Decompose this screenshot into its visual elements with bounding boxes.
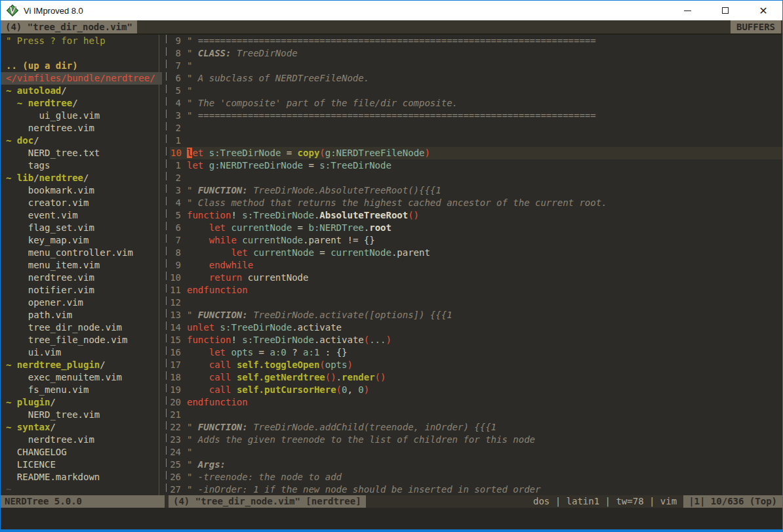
code-line[interactable]: 14unlet s:TreeDirNode.activate: [170, 321, 782, 334]
tree-item[interactable]: ~ lib/nerdtree/: [1, 172, 162, 184]
code-line[interactable]: 2: [170, 172, 782, 184]
buffers-label[interactable]: BUFFERS: [731, 20, 781, 33]
commandline[interactable]: [1, 508, 782, 529]
active-tab[interactable]: (4) "tree_dir_node.vim": [1, 20, 137, 33]
line-number: 4: [170, 197, 187, 209]
tree-item[interactable]: .. (up a dir): [1, 60, 162, 72]
code-line[interactable]: 16 let opts = a:0 ? a:1 : {}: [170, 346, 782, 359]
code-line[interactable]: 8" CLASS: TreeDirNode: [170, 47, 782, 60]
code-line[interactable]: 11endfunction: [170, 284, 782, 297]
line-number: 26: [170, 471, 187, 483]
code-line[interactable]: 10 return currentNode: [170, 272, 782, 284]
tree-item[interactable]: key_map.vim: [1, 234, 162, 247]
line-number: 6: [170, 222, 187, 234]
tree-item[interactable]: NERD_tree.vim: [1, 409, 162, 421]
tree-item[interactable]: exec_menuitem.vim: [1, 371, 162, 384]
statusline-buffer: (4) "tree_dir_node.vim" [nerdtree]: [169, 495, 366, 508]
line-number: 8: [170, 247, 187, 259]
statusline-position: |1| 10/636 (Top): [683, 495, 782, 508]
tree-item[interactable]: creator.vim: [1, 197, 162, 209]
tree-item[interactable]: menu_controller.vim: [1, 247, 162, 259]
tabline-spacer: [137, 20, 731, 33]
code-line[interactable]: 25" Args:: [170, 459, 782, 471]
tree-item[interactable]: ui.vim: [1, 346, 162, 359]
line-number: 18: [170, 371, 187, 384]
window-separator[interactable]: [162, 35, 170, 495]
tree-item[interactable]: menu_item.vim: [1, 259, 162, 272]
code-line[interactable]: 6 let currentNode = b:NERDTree.root: [170, 222, 782, 234]
line-number: 2: [170, 172, 187, 184]
tree-item[interactable]: bookmark.vim: [1, 184, 162, 197]
code-line[interactable]: 22" FUNCTION: TreeDirNode.addChild(treen…: [170, 421, 782, 434]
tree-item[interactable]: tags: [1, 159, 162, 172]
tree-item[interactable]: CHANGELOG: [1, 446, 162, 459]
code-line[interactable]: 9 endwhile: [170, 259, 782, 272]
code-line[interactable]: 5": [170, 85, 782, 97]
tree-item[interactable]: ~ plugin/: [1, 396, 162, 409]
code-line-cursor[interactable]: 10let s:TreeDirNode = copy(g:NERDTreeFil…: [170, 147, 782, 159]
tree-item[interactable]: ~ nerdtree/: [1, 97, 162, 110]
code-line[interactable]: 7": [170, 60, 782, 72]
tree-item[interactable]: nerdtree.vim: [1, 272, 162, 284]
tree-item[interactable]: NERD_tree.txt: [1, 147, 162, 159]
tree-item[interactable]: </vimfiles/bundle/nerdtree/: [1, 72, 162, 85]
tree-item[interactable]: tree_file_node.vim: [1, 334, 162, 346]
tree-item[interactable]: flag_set.vim: [1, 222, 162, 234]
line-number: 3: [170, 184, 187, 197]
code-line[interactable]: 17 call self.toggleOpen(opts): [170, 359, 782, 371]
code-line[interactable]: 27" -inOrder: 1 if the new node should b…: [170, 483, 782, 495]
code-line[interactable]: 6" A subclass of NERDTreeFileNode.: [170, 72, 782, 85]
main-area: " Press ? for help.. (up a dir)</vimfile…: [1, 35, 782, 495]
code-line[interactable]: 8 let currentNode = currentNode.parent: [170, 247, 782, 259]
tree-item[interactable]: ui_glue.vim: [1, 110, 162, 122]
line-number: 19: [170, 384, 187, 396]
tabline: (4) "tree_dir_node.vim" BUFFERS: [1, 20, 782, 35]
code-line[interactable]: 18 call self.getNerdtree().render(): [170, 371, 782, 384]
statusline-info: dos | latin1 | tw=78 | vim: [533, 495, 683, 508]
maximize-button[interactable]: [706, 1, 744, 20]
tree-item[interactable]: ~: [1, 483, 162, 495]
code-line[interactable]: 4" The 'composite' part of the file/dir …: [170, 97, 782, 110]
code-line[interactable]: 12: [170, 297, 782, 309]
code-line[interactable]: 1let g:NERDTreeDirNode = s:TreeDirNode: [170, 159, 782, 172]
code-line[interactable]: 23" Adds the given treenode to the list …: [170, 434, 782, 446]
line-number: 14: [170, 321, 187, 334]
code-line[interactable]: 3" =====================================…: [170, 110, 782, 122]
code-line[interactable]: 15function! s:TreeDirNode.activate(...): [170, 334, 782, 346]
statusline-middle: [366, 495, 533, 508]
tree-item[interactable]: ~ doc/: [1, 134, 162, 147]
tree-item[interactable]: LICENCE: [1, 459, 162, 471]
tree-item[interactable]: ~ nerdtree_plugin/: [1, 359, 162, 371]
tree-item[interactable]: nerdtree.vim: [1, 122, 162, 134]
code-line[interactable]: 9" =====================================…: [170, 35, 782, 47]
tree-item[interactable]: " Press ? for help: [1, 35, 162, 47]
tree-item[interactable]: nerdtree.vim: [1, 434, 162, 446]
tree-item[interactable]: ~ autoload/: [1, 85, 162, 97]
code-line[interactable]: 24": [170, 446, 782, 459]
code-line[interactable]: 19 call self.putCursorHere(0, 0): [170, 384, 782, 396]
tree-item[interactable]: tree_dir_node.vim: [1, 321, 162, 334]
tree-item[interactable]: ~ syntax/: [1, 421, 162, 434]
minimize-button[interactable]: [668, 1, 706, 20]
tree-item[interactable]: notifier.vim: [1, 284, 162, 297]
line-number: 20: [170, 396, 187, 409]
code-line[interactable]: 13" FUNCTION: TreeDirNode.activate([opti…: [170, 309, 782, 321]
code-line[interactable]: 5function! s:TreeDirNode.AbsoluteTreeRoo…: [170, 209, 782, 222]
code-line[interactable]: 7 while currentNode.parent != {}: [170, 234, 782, 247]
tree-item[interactable]: event.vim: [1, 209, 162, 222]
tree-item[interactable]: fs_menu.vim: [1, 384, 162, 396]
line-number: 25: [170, 459, 187, 471]
tree-item[interactable]: [1, 47, 162, 60]
close-button[interactable]: ✕: [744, 1, 782, 20]
code-line[interactable]: 21: [170, 409, 782, 421]
line-number: 13: [170, 309, 187, 321]
tree-item[interactable]: path.vim: [1, 309, 162, 321]
code-line[interactable]: 1: [170, 134, 782, 147]
code-line[interactable]: 3" FUNCTION: TreeDirNode.AbsoluteTreeRoo…: [170, 184, 782, 197]
code-line[interactable]: 2: [170, 122, 782, 134]
tree-item[interactable]: README.markdown: [1, 471, 162, 483]
code-line[interactable]: 20endfunction: [170, 396, 782, 409]
code-line[interactable]: 4" Class method that returns the highest…: [170, 197, 782, 209]
tree-item[interactable]: opener.vim: [1, 297, 162, 309]
code-line[interactable]: 26" -treenode: the node to add: [170, 471, 782, 483]
